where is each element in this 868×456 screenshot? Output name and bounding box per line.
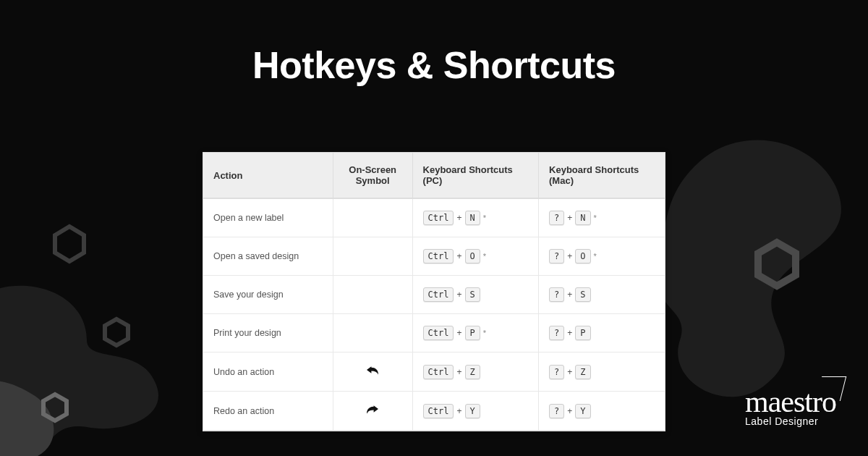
key-ctrl: Ctrl: [423, 287, 454, 302]
cell-symbol: [333, 352, 412, 392]
cell-mac-shortcut: ?+S: [539, 276, 665, 314]
plus-separator: +: [567, 367, 572, 377]
undo-icon: [365, 364, 380, 376]
plus-separator: +: [567, 328, 572, 338]
plus-separator: +: [567, 406, 572, 416]
asterisk-note: *: [483, 252, 486, 261]
header-pc: Keyboard Shortcuts (PC): [412, 153, 538, 198]
header-action: Action: [203, 153, 333, 198]
cell-mac-shortcut: ?+O*: [539, 237, 665, 276]
key-ctrl: Ctrl: [423, 326, 454, 340]
svg-marker-3: [758, 242, 796, 286]
key-?: ?: [549, 249, 564, 263]
key-ctrl: Ctrl: [423, 365, 454, 379]
key-?: ?: [549, 211, 564, 225]
plus-separator: +: [456, 251, 461, 261]
key-z: Z: [465, 365, 480, 379]
key-ctrl: Ctrl: [423, 404, 454, 418]
plus-separator: +: [456, 290, 461, 300]
header-mac: Keyboard Shortcuts (Mac): [539, 153, 665, 198]
key-p: P: [465, 326, 480, 340]
svg-marker-0: [55, 227, 84, 261]
key-y: Y: [465, 404, 480, 418]
cell-mac-shortcut: ?+N*: [539, 198, 665, 237]
plus-separator: +: [456, 328, 461, 338]
key-?: ?: [549, 404, 564, 418]
cell-pc-shortcut: Ctrl+S: [412, 276, 538, 314]
table-row: Redo an actionCtrl+Y?+Y: [203, 392, 665, 431]
cell-mac-shortcut: ?+P: [539, 314, 665, 352]
key-?: ?: [549, 287, 564, 302]
key-?: ?: [549, 365, 564, 379]
table-row: Print your designCtrl+P*?+P: [203, 314, 665, 352]
key-s: S: [465, 287, 480, 302]
key-?: ?: [549, 326, 564, 340]
asterisk-note: *: [483, 329, 486, 337]
header-symbol: On-Screen Symbol: [333, 153, 412, 198]
key-y: Y: [575, 404, 590, 418]
asterisk-note: *: [483, 214, 486, 222]
plus-separator: +: [567, 290, 572, 300]
maestro-logo: maestro Label Designer: [745, 387, 836, 427]
key-p: P: [575, 326, 590, 340]
svg-marker-2: [43, 394, 67, 421]
key-z: Z: [575, 365, 590, 379]
cell-mac-shortcut: ?+Z: [539, 352, 665, 392]
cell-symbol: [333, 237, 412, 276]
table-row: Save your designCtrl+S?+S: [203, 276, 665, 314]
key-n: N: [465, 211, 480, 225]
plus-separator: +: [456, 367, 461, 377]
plus-separator: +: [567, 251, 572, 261]
table-row: Open a new labelCtrl+N*?+N*: [203, 198, 665, 237]
key-ctrl: Ctrl: [423, 249, 454, 263]
key-s: S: [575, 287, 590, 302]
page-title: Hotkeys & Shortcuts: [252, 43, 616, 87]
key-o: O: [575, 249, 590, 263]
cell-symbol: [333, 314, 412, 352]
cell-symbol: [333, 392, 412, 431]
cell-symbol: [333, 198, 412, 237]
cell-symbol: [333, 276, 412, 314]
svg-marker-1: [105, 319, 128, 345]
table-row: Open a saved designCtrl+O*?+O*: [203, 237, 665, 276]
cell-action: Open a new label: [203, 198, 333, 237]
cell-action: Open a saved design: [203, 237, 333, 276]
cell-pc-shortcut: Ctrl+Y: [412, 392, 538, 431]
key-n: N: [575, 211, 590, 225]
plus-separator: +: [456, 406, 461, 416]
asterisk-note: *: [594, 214, 597, 222]
key-o: O: [465, 249, 480, 263]
cell-pc-shortcut: Ctrl+O*: [412, 237, 538, 276]
cell-action: Print your design: [203, 314, 333, 352]
asterisk-note: *: [594, 252, 597, 261]
cell-pc-shortcut: Ctrl+P*: [412, 314, 538, 352]
logo-decoration: [816, 376, 846, 401]
redo-icon: [365, 403, 380, 415]
cell-pc-shortcut: Ctrl+Z: [412, 352, 538, 392]
cell-action: Save your design: [203, 276, 333, 314]
plus-separator: +: [456, 213, 461, 223]
table-header-row: Action On-Screen Symbol Keyboard Shortcu…: [203, 153, 665, 198]
cell-action: Undo an action: [203, 352, 333, 392]
cell-mac-shortcut: ?+Y: [539, 392, 665, 431]
cell-action: Redo an action: [203, 392, 333, 431]
plus-separator: +: [567, 213, 572, 223]
key-ctrl: Ctrl: [423, 211, 454, 225]
cell-pc-shortcut: Ctrl+N*: [412, 198, 538, 237]
shortcuts-table: Action On-Screen Symbol Keyboard Shortcu…: [203, 152, 665, 431]
table-row: Undo an actionCtrl+Z?+Z: [203, 352, 665, 392]
